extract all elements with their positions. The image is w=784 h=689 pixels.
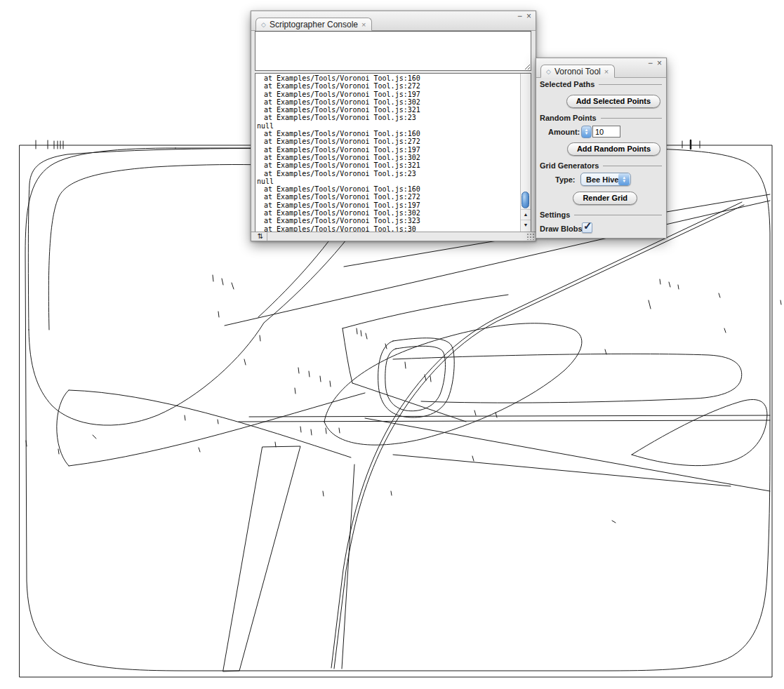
artwork-tick (330, 381, 331, 387)
artwork-path (239, 420, 770, 422)
artwork-tick (232, 283, 234, 289)
tab-close-icon[interactable]: × (361, 20, 366, 29)
artwork-path (343, 295, 508, 328)
artwork-path (632, 399, 767, 465)
log-line: at Examples/Tools/Voronoi Tool.js:197 (255, 146, 520, 154)
artwork-path (343, 328, 352, 383)
console-tab-title: Scriptographer Console (270, 20, 358, 29)
scroll-down-icon[interactable]: ▼ (521, 220, 531, 230)
add-selected-points-button[interactable]: Add Selected Points (566, 95, 660, 108)
log-line: at Examples/Tools/Voronoi Tool.js:160 (255, 130, 520, 138)
console-titlebar[interactable]: − × ◇ Scriptographer Console × (251, 11, 536, 31)
artwork-tick (323, 491, 324, 496)
artwork-tick (311, 429, 312, 435)
artwork-tick (472, 456, 474, 461)
artwork-tick (660, 279, 660, 284)
artwork-tick (366, 333, 367, 339)
section-rule (601, 118, 662, 119)
log-line: at Examples/Tools/Voronoi Tool.js:302 (255, 154, 520, 161)
artwork-tick (780, 300, 781, 305)
artwork-tick (275, 442, 276, 447)
artwork-tick (649, 300, 651, 309)
console-log-area[interactable]: at Examples/Tools/Voronoi Tool.js:160at … (255, 73, 531, 232)
artwork-path (223, 446, 300, 671)
amount-stepper[interactable]: ▲ ▼ (581, 126, 592, 138)
artwork-tick (222, 279, 223, 285)
minimize-icon[interactable]: − (648, 58, 653, 68)
tab-voronoi-tool[interactable]: ◇ Voronoi Tool × (540, 65, 615, 78)
scroll-up-icon[interactable]: ▲ (521, 209, 531, 220)
artwork-tick (218, 420, 218, 424)
log-line: at Examples/Tools/Voronoi Tool.js:321 (255, 106, 520, 114)
artwork-path (69, 393, 365, 466)
console-scrollbar[interactable]: ▲ ▼ (520, 74, 531, 232)
section-selected-paths: Selected Paths (540, 80, 662, 88)
console-prompt-input[interactable] (268, 232, 523, 242)
section-random-points: Random Points (540, 114, 662, 122)
artwork-tick (496, 413, 497, 417)
artwork-tick (391, 491, 392, 495)
add-random-points-button[interactable]: Add Random Points (567, 142, 660, 156)
voronoi-content: Selected Paths Add Selected Points Rando… (536, 77, 666, 238)
section-label: Random Points (540, 114, 597, 122)
artwork-tick (298, 368, 299, 373)
resize-grip[interactable] (526, 232, 535, 240)
artwork-tick (260, 335, 260, 341)
artwork-path (393, 455, 731, 486)
log-line: at Examples/Tools/Voronoi Tool.js:302 (255, 98, 520, 106)
console-window: − × ◇ Scriptographer Console × at Exampl… (251, 11, 536, 241)
artwork-path (249, 415, 770, 417)
amount-field[interactable] (592, 126, 620, 138)
artwork-path (334, 205, 744, 669)
log-line: at Examples/Tools/Voronoi Tool.js:160 (255, 185, 520, 193)
artwork-path (365, 418, 730, 484)
popup-arrows-icon: ▲ ▼ (618, 173, 630, 185)
voronoi-tab-title: Voronoi Tool (554, 67, 601, 76)
log-line: at Examples/Tools/Voronoi Tool.js:197 (255, 91, 520, 98)
voronoi-titlebar[interactable]: − × ◇ Voronoi Tool × (536, 58, 666, 78)
log-line: at Examples/Tools/Voronoi Tool.js:323 (255, 217, 520, 225)
section-rule (603, 166, 662, 166)
artwork-tick (605, 349, 606, 354)
type-popup[interactable]: Bee Hive ▲ ▼ (580, 173, 631, 186)
artwork-path (57, 390, 69, 466)
execute-arrows-icon[interactable]: ⇅ (254, 232, 267, 241)
section-rule (574, 215, 662, 215)
log-line: null (255, 178, 520, 185)
console-script-input[interactable] (255, 31, 531, 71)
log-line: at Examples/Tools/Voronoi Tool.js:23 (255, 170, 520, 178)
tab-scriptographer-console[interactable]: ◇ Scriptographer Console × (255, 18, 372, 31)
artwork-path (331, 202, 742, 668)
artwork-path (69, 390, 351, 457)
artwork-path (730, 484, 770, 491)
log-line: null (255, 122, 520, 130)
artwork-tick (309, 371, 310, 377)
artwork-tick (300, 427, 301, 432)
section-label: Settings (540, 210, 570, 219)
amount-label: Amount: (548, 128, 580, 136)
console-status-bar: ⇅ (251, 232, 536, 241)
log-line: at Examples/Tools/Voronoi Tool.js:272 (255, 193, 520, 201)
minimize-icon[interactable]: − (517, 11, 522, 21)
close-icon[interactable]: × (657, 58, 662, 68)
log-line: at Examples/Tools/Voronoi Tool.js:272 (255, 82, 520, 90)
artwork-tick (244, 359, 246, 365)
artwork-tick (612, 521, 616, 523)
scrollbar-thumb[interactable] (521, 192, 529, 208)
tab-close-icon[interactable]: × (604, 67, 609, 76)
artwork-tick (295, 388, 295, 394)
artwork-tick (213, 275, 213, 281)
log-line: at Examples/Tools/Voronoi Tool.js:321 (255, 161, 520, 169)
artwork-tick (58, 449, 59, 454)
artwork-tick (430, 376, 431, 382)
palette-diamond-icon: ◇ (546, 68, 551, 75)
artwork-tick (339, 428, 340, 433)
stepper-down-icon[interactable]: ▼ (585, 132, 589, 135)
section-label: Grid Generators (540, 161, 599, 170)
close-icon[interactable]: × (526, 11, 531, 21)
render-grid-button[interactable]: Render Grid (573, 192, 637, 205)
artwork-tick (218, 312, 219, 317)
artwork-tick (185, 415, 185, 420)
artwork-tick (474, 410, 476, 415)
draw-blobs-checkbox[interactable]: ✓ (582, 222, 592, 233)
